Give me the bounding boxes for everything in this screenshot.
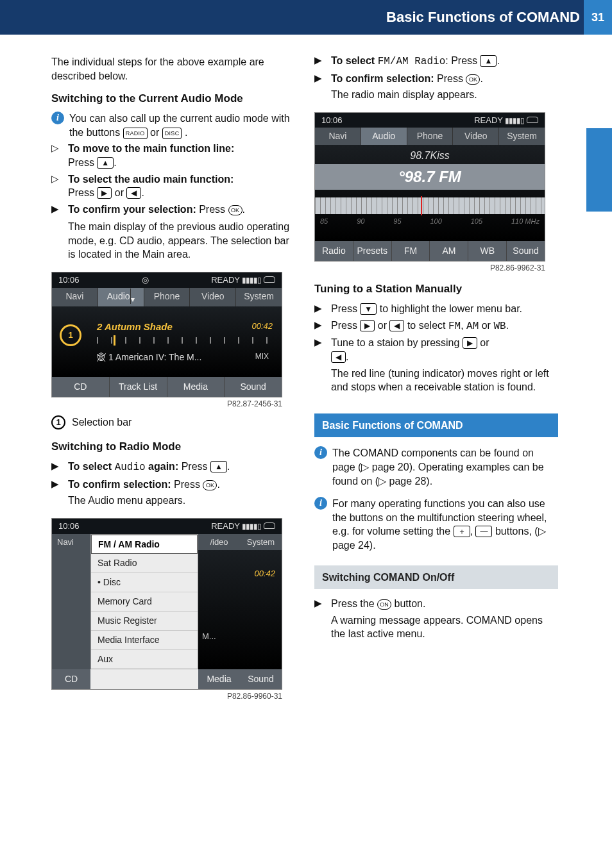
track-elapsed: 00:42: [254, 568, 275, 580]
tick: 110 MHz: [511, 217, 540, 226]
bottom-fm[interactable]: FM: [392, 241, 430, 261]
right-key-icon: ▶: [360, 320, 375, 331]
section-basic-functions: Basic Functions of COMAND: [314, 413, 558, 438]
car-icon: [264, 522, 275, 529]
signal-icon: [242, 521, 261, 531]
menu-aux[interactable]: Aux: [91, 650, 198, 669]
radio-key-icon: RADIO: [123, 128, 148, 139]
menu-sat[interactable]: Sat Radio: [91, 554, 198, 573]
image-code: P82.86-9962-31: [314, 263, 545, 273]
signal-icon: [242, 275, 261, 285]
info-icon: i: [314, 497, 327, 510]
disc-callout-icon: 1: [60, 324, 81, 346]
tab-system[interactable]: System: [240, 534, 282, 551]
menu-memory[interactable]: Memory Card: [91, 592, 198, 612]
tab-navi[interactable]: Navi: [52, 288, 98, 307]
left-key-icon: ◀: [126, 187, 141, 199]
step-select-audio-again: To select Audio again: Press ▲.: [68, 460, 295, 475]
subsection-onoff: Switching COMAND On/Off: [314, 565, 558, 590]
album-title: 1 American IV: The M...: [108, 352, 202, 362]
bullet-filled-icon: ▶: [51, 460, 63, 472]
menu-fm-am[interactable]: FM / AM Radio: [91, 535, 198, 555]
info-note-audio-mode: You can also call up the current audio m…: [69, 112, 295, 139]
menu-register[interactable]: Music Register: [91, 612, 198, 631]
step-select-band: Press ▶ or ◀ to select FM, AM or WB.: [331, 319, 558, 334]
right-key-icon: ▶: [97, 187, 112, 199]
step-confirm-audio: To confirm your selection: Press OK. The…: [68, 203, 295, 265]
bullet-filled-icon: ▶: [314, 72, 326, 85]
tab-video[interactable]: /ideo: [198, 534, 240, 551]
bottom-cd[interactable]: CD: [52, 377, 110, 397]
bottom-sound[interactable]: Sound: [240, 669, 282, 689]
bottom-tracklist[interactable]: Track List: [110, 377, 167, 397]
bottom-cd[interactable]: CD: [52, 669, 90, 689]
audio-menu-screenshot: 10:06 READY Navi FM / AM Radio Sat Radio…: [51, 518, 282, 690]
bullet-filled-icon: ▶: [314, 597, 326, 610]
cd-screenshot: 10:06 ◎ READY Navi Audio▾ Phone Video Sy…: [51, 272, 282, 397]
track-fragment: M...: [202, 631, 216, 642]
disc-key-icon: DISC: [162, 128, 182, 139]
heading-tuning-manual: Tuning to a Station Manually: [314, 282, 558, 297]
image-code: P82.87-2456-31: [51, 399, 282, 409]
station-name: 98.7Kiss: [315, 145, 545, 163]
step-confirm-audio-menu: To confirm selection: Press OK. The Audi…: [68, 478, 295, 512]
frequency: °98.7 FM: [315, 164, 545, 190]
tab-navi[interactable]: Navi: [315, 128, 361, 145]
signal-icon: [505, 115, 524, 125]
info-icon: i: [51, 112, 64, 124]
bottom-presets[interactable]: Presets: [353, 241, 392, 261]
mix-badge: MIX: [255, 351, 269, 362]
tuning-marker: [421, 196, 422, 215]
step-highlight-lower: Press ▼ to highlight the lower menu bar.: [331, 302, 558, 316]
tab-navi[interactable]: Navi: [52, 534, 90, 669]
tick: 105: [471, 217, 482, 226]
bottom-wb[interactable]: WB: [468, 241, 507, 261]
clock: 10:06: [321, 115, 343, 126]
tab-system[interactable]: System: [236, 288, 282, 307]
bullet-filled-icon: ▶: [314, 54, 326, 67]
bullet-filled-icon: ▶: [51, 203, 63, 215]
intro-text: The individual steps for the above examp…: [51, 55, 295, 83]
info-steering: For many operating functions you can als…: [332, 497, 558, 552]
track-elapsed: 00:42: [251, 321, 273, 332]
tab-phone[interactable]: Phone: [144, 288, 191, 307]
down-key-icon: ▼: [360, 303, 377, 315]
step-tune: Tune to a staion by pressing ▶ or ◀. The…: [331, 336, 558, 397]
car-icon: [264, 276, 275, 283]
tab-system[interactable]: System: [499, 128, 545, 145]
step-move-main-line: To move to the main function line: Press…: [68, 142, 295, 169]
tab-audio[interactable]: Audio: [361, 128, 407, 145]
tab-phone[interactable]: Phone: [407, 128, 454, 145]
ok-key-icon: OK: [228, 205, 242, 215]
bottom-media[interactable]: Media: [167, 377, 225, 397]
car-icon: [527, 117, 538, 123]
image-code: P82.86-9960-31: [51, 691, 282, 701]
clock: 10:06: [58, 521, 80, 532]
tuning-scale: [315, 197, 545, 214]
left-key-icon: ◀: [331, 351, 346, 363]
heading-switch-audio: Switching to the Current Audio Mode: [51, 92, 295, 106]
page-header: Basic Functions of COMAND 31: [0, 0, 612, 35]
bullet-filled-icon: ▶: [314, 302, 326, 315]
bottom-sound[interactable]: Sound: [507, 241, 545, 261]
heading-switch-radio: Switching to Radio Mode: [51, 440, 295, 455]
bullet-open-icon: ▷: [51, 142, 63, 154]
bottom-radio[interactable]: Radio: [315, 241, 353, 261]
tick: 95: [393, 217, 401, 226]
menu-interface[interactable]: Media Interface: [91, 631, 198, 650]
bottom-sound[interactable]: Sound: [225, 377, 282, 397]
menu-disc[interactable]: • Disc: [91, 573, 198, 592]
tab-audio[interactable]: Audio▾: [98, 288, 144, 307]
on-key-icon: ON: [377, 599, 391, 610]
bottom-am[interactable]: AM: [430, 241, 468, 261]
step-confirm-radio: To confirm selection: Press OK. The radi…: [331, 72, 558, 106]
track-title: 2 Autumn Shade: [97, 321, 173, 333]
ok-key-icon: OK: [203, 480, 217, 490]
tab-video[interactable]: Video: [453, 128, 499, 145]
bullet-filled-icon: ▶: [314, 319, 326, 331]
left-key-icon: ◀: [389, 320, 404, 331]
clock: 10:06: [58, 274, 80, 286]
tab-video[interactable]: Video: [190, 288, 236, 307]
bullet-filled-icon: ▶: [51, 478, 63, 490]
bottom-media[interactable]: Media: [198, 669, 240, 689]
